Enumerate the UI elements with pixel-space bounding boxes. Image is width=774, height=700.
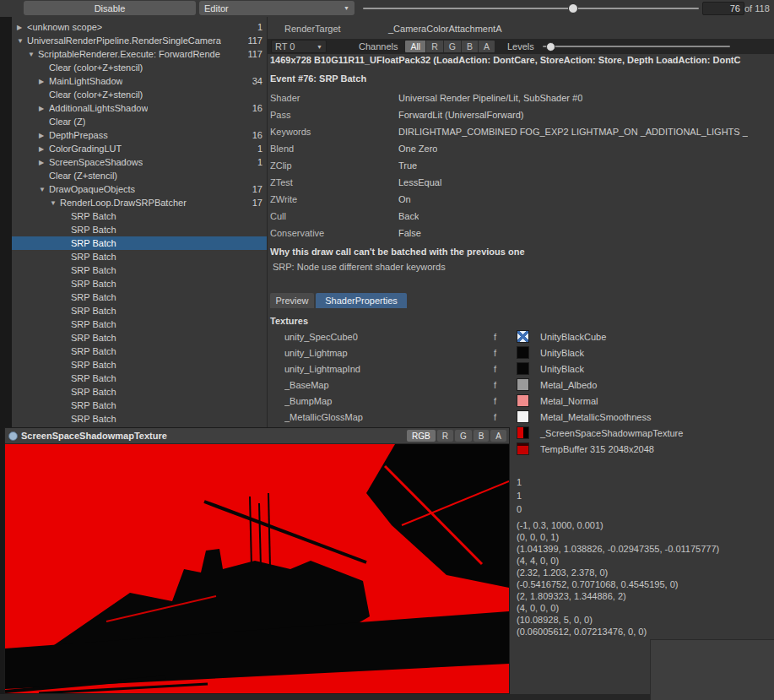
tree-item-label: <unknown scope> — [27, 22, 102, 32]
tree-row[interactable]: Clear (color+Z+stencil) — [12, 88, 267, 101]
tree-row[interactable]: SRP Batch — [12, 331, 267, 345]
tree-row[interactable]: ▶ColorGradingLUT1 — [12, 142, 267, 155]
channel-button-all[interactable]: All — [405, 41, 426, 52]
tree-row[interactable]: SRP Batch — [12, 236, 267, 250]
tree-row[interactable]: Clear (Z) — [12, 115, 267, 128]
chevron-right-icon[interactable]: ▶ — [17, 24, 27, 31]
target-selector-label: Editor — [204, 3, 229, 14]
tree-row[interactable]: SRP Batch — [12, 345, 267, 358]
chevron-down-icon: ▼ — [344, 5, 349, 11]
texture-row[interactable]: _BaseMapfMetal_Albedo — [268, 377, 774, 393]
frame-debugger-window: Disable Editor ▼ 76 of 118 ▶<unknown sco… — [0, 0, 774, 700]
texture-property-name: unity_Lightmap — [284, 348, 494, 358]
frame-slider-track[interactable] — [363, 8, 699, 9]
texture-thumbnail-icon[interactable] — [517, 410, 529, 423]
chevron-right-icon[interactable]: ▶ — [39, 132, 49, 139]
tree-row[interactable]: SRP Batch — [12, 277, 267, 290]
disable-button[interactable]: Disable — [24, 1, 196, 15]
property-row: ZTestLessEqual — [268, 174, 774, 191]
scalar-value: 1 — [517, 489, 522, 502]
tree-item-label: SRP Batch — [71, 373, 116, 383]
levels-slider[interactable] — [543, 41, 730, 52]
frame-slider-thumb[interactable] — [568, 3, 578, 14]
tree-row[interactable]: SRP Batch — [12, 385, 267, 399]
texture-row[interactable]: _BumpMapfMetal_Normal — [268, 393, 774, 409]
texture-asset-name: UnityBlackCube — [540, 332, 606, 342]
tree-row[interactable]: ▶MainLightShadow34 — [12, 74, 267, 88]
preview-channel-button-rgb[interactable]: RGB — [407, 430, 436, 442]
tab-preview[interactable]: Preview — [270, 293, 314, 308]
levels-slider-track[interactable] — [543, 46, 730, 47]
tab-shader-properties[interactable]: ShaderProperties — [316, 293, 407, 308]
tree-row[interactable]: SRP Batch — [12, 250, 267, 263]
tree-row[interactable]: ▼UniversalRenderPipeline.RenderSingleCam… — [12, 34, 267, 47]
tree-row[interactable]: SRP Batch — [12, 412, 267, 426]
channel-button-g[interactable]: G — [444, 41, 462, 52]
scalar-values: 110 — [517, 475, 522, 516]
channel-button-r[interactable]: R — [426, 41, 444, 52]
texture-row[interactable]: _MetallicGlossMapfMetal_MetallicSmoothne… — [268, 409, 774, 425]
event-properties: ShaderUniversal Render Pipeline/Lit, Sub… — [268, 90, 774, 241]
channel-button-a[interactable]: A — [479, 41, 495, 52]
chevron-right-icon[interactable]: ▶ — [39, 159, 49, 166]
vector-value: (4, 4, 0, 0) — [517, 555, 719, 567]
event-tree: ▶<unknown scope>1▼UniversalRenderPipelin… — [12, 17, 268, 427]
chevron-right-icon[interactable]: ▶ — [39, 105, 49, 112]
texture-thumbnail-icon[interactable] — [517, 346, 529, 359]
shadowmap-preview-image — [5, 444, 509, 693]
frame-slider[interactable] — [363, 0, 699, 16]
channel-button-b[interactable]: B — [462, 41, 479, 52]
tree-row[interactable]: SRP Batch — [12, 317, 267, 331]
texture-thumbnail-icon[interactable] — [517, 330, 529, 343]
tree-row[interactable]: SRP Batch — [12, 399, 267, 412]
chevron-down-icon[interactable]: ▼ — [39, 186, 49, 193]
texture-thumbnail-icon[interactable] — [517, 378, 529, 391]
chevron-down-icon[interactable]: ▼ — [17, 37, 27, 45]
texture-row[interactable]: unity_LightmapfUnityBlack — [268, 345, 774, 361]
texture-thumbnail-icon[interactable] — [517, 394, 529, 407]
vector-value: (0.06005612, 0.07213476, 0, 0) — [517, 626, 719, 638]
tree-row[interactable]: ▼RenderLoop.DrawSRPBatcher17 — [12, 196, 267, 209]
texture-thumbnail-icon[interactable] — [517, 426, 529, 439]
texture-row[interactable]: unity_LightmapIndfUnityBlack — [268, 361, 774, 377]
texture-thumbnail-icon[interactable] — [517, 442, 529, 455]
tree-row[interactable]: SRP Batch — [12, 372, 267, 385]
tree-row[interactable]: SRP Batch — [12, 358, 267, 372]
rt-index-dropdown[interactable]: RT 0 ▼ — [271, 40, 327, 53]
tree-row[interactable]: ▶<unknown scope>1 — [12, 20, 267, 34]
tree-row[interactable]: Clear (color+Z+stencil) — [12, 61, 267, 74]
chevron-right-icon[interactable]: ▶ — [39, 78, 49, 85]
preview-channel-button-a[interactable]: A — [490, 430, 506, 442]
preview-channel-button-g[interactable]: G — [455, 430, 472, 442]
tree-row[interactable]: SRP Batch — [12, 304, 267, 317]
tree-row[interactable]: SRP Batch — [12, 223, 267, 236]
property-label: ZWrite — [268, 194, 398, 204]
tree-row[interactable]: ▼ScriptableRenderer.Execute: ForwardRend… — [12, 47, 267, 61]
texture-property-name: unity_LightmapInd — [284, 364, 494, 374]
tree-row[interactable]: ▼DrawOpaqueObjects17 — [12, 182, 267, 196]
preview-channel-button-r[interactable]: R — [437, 430, 453, 442]
tree-row[interactable]: SRP Batch — [12, 209, 267, 223]
tree-row[interactable]: ▶DepthPrepass16 — [12, 128, 267, 142]
target-selector-dropdown[interactable]: Editor ▼ — [199, 1, 355, 15]
tree-item-count: 1 — [257, 157, 267, 167]
detail-tabs: Preview ShaderProperties — [270, 293, 407, 308]
tree-row[interactable]: ▶AdditionalLightsShadow16 — [12, 101, 267, 115]
preview-channel-button-b[interactable]: B — [474, 430, 490, 442]
tree-row[interactable]: ▶ScreenSpaceShadows1 — [12, 155, 267, 169]
levels-slider-thumb[interactable] — [546, 42, 555, 52]
texture-flag: f — [494, 412, 517, 422]
texture-row[interactable]: unity_SpecCube0fUnityBlackCube — [268, 328, 774, 345]
tree-item-label: Clear (color+Z+stencil) — [49, 90, 143, 100]
preview-window-titlebar[interactable]: ScreenSpaceShadowmapTexture RGBRGBA — [5, 428, 509, 444]
chevron-down-icon[interactable]: ▼ — [50, 199, 60, 207]
tree-item-count: 117 — [247, 49, 267, 59]
property-label: ZTest — [268, 177, 398, 187]
tree-row[interactable]: Clear (Z+stencil) — [12, 169, 267, 182]
chevron-down-icon[interactable]: ▼ — [28, 51, 38, 58]
tree-row[interactable]: SRP Batch — [12, 290, 267, 304]
texture-thumbnail-icon[interactable] — [517, 362, 529, 375]
chevron-right-icon[interactable]: ▶ — [39, 145, 49, 153]
tree-row[interactable]: SRP Batch — [12, 263, 267, 277]
frame-number-field[interactable]: 76 — [702, 2, 744, 15]
